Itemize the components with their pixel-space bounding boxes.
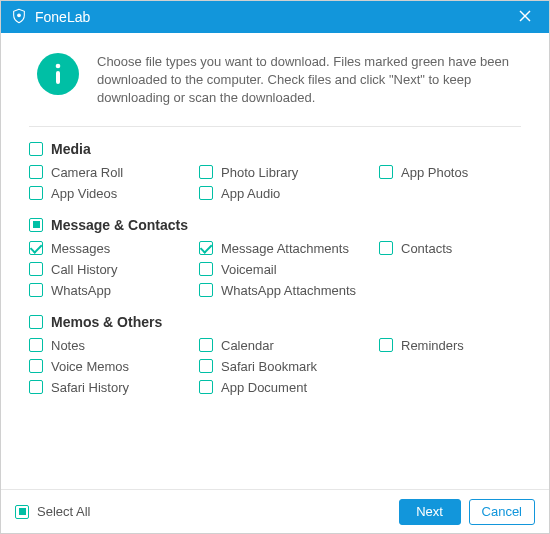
svg-rect-4 [56,71,60,84]
separator [29,126,521,127]
checkbox-photo-library[interactable] [199,165,213,179]
label-app-audio: App Audio [221,186,280,201]
close-button[interactable] [511,3,539,31]
svg-point-3 [56,64,61,69]
section-memos-grid: Notes Calendar Reminders Voice Memos Saf… [29,338,521,395]
checkbox-messages[interactable] [29,241,43,255]
checkbox-whatsapp-attachments[interactable] [199,283,213,297]
checkbox-media-group[interactable] [29,142,43,156]
checkbox-notes[interactable] [29,338,43,352]
footer: Select All Next Cancel [1,489,549,533]
label-safari-history: Safari History [51,380,129,395]
checkbox-app-audio[interactable] [199,186,213,200]
checkbox-select-all[interactable] [15,505,29,519]
checkbox-whatsapp[interactable] [29,283,43,297]
section-messages: Message & Contacts Messages Message Atta… [29,217,521,298]
label-camera-roll: Camera Roll [51,165,123,180]
checkbox-call-history[interactable] [29,262,43,276]
section-messages-title: Message & Contacts [51,217,188,233]
cancel-button[interactable]: Cancel [469,499,535,525]
label-voicemail: Voicemail [221,262,277,277]
checkbox-safari-bookmark[interactable] [199,359,213,373]
label-message-attachments: Message Attachments [221,241,349,256]
label-reminders: Reminders [401,338,464,353]
label-whatsapp: WhatsApp [51,283,111,298]
dialog-window: FoneLab Choose file types you want to do… [0,0,550,534]
info-icon [37,53,79,95]
intro-row: Choose file types you want to download. … [29,49,521,122]
checkbox-camera-roll[interactable] [29,165,43,179]
label-messages: Messages [51,241,110,256]
label-select-all: Select All [37,504,90,519]
checkbox-voice-memos[interactable] [29,359,43,373]
section-media-grid: Camera Roll Photo Library App Photos App… [29,165,521,201]
svg-point-0 [18,14,21,17]
label-app-document: App Document [221,380,307,395]
label-photo-library: Photo Library [221,165,298,180]
checkbox-contacts[interactable] [379,241,393,255]
section-memos: Memos & Others Notes Calendar Reminders … [29,314,521,395]
close-icon [518,9,532,26]
intro-text: Choose file types you want to download. … [97,53,521,108]
label-calendar: Calendar [221,338,274,353]
label-app-videos: App Videos [51,186,117,201]
checkbox-app-photos[interactable] [379,165,393,179]
checkbox-memos-group[interactable] [29,315,43,329]
label-contacts: Contacts [401,241,452,256]
checkbox-voicemail[interactable] [199,262,213,276]
section-media: Media Camera Roll Photo Library App Phot… [29,141,521,201]
checkbox-app-videos[interactable] [29,186,43,200]
checkbox-safari-history[interactable] [29,380,43,394]
window-title: FoneLab [35,9,90,25]
section-memos-title: Memos & Others [51,314,162,330]
label-whatsapp-attachments: WhatsApp Attachments [221,283,356,298]
label-safari-bookmark: Safari Bookmark [221,359,317,374]
checkbox-reminders[interactable] [379,338,393,352]
label-app-photos: App Photos [401,165,468,180]
label-call-history: Call History [51,262,117,277]
checkbox-calendar[interactable] [199,338,213,352]
label-notes: Notes [51,338,85,353]
content-area: Choose file types you want to download. … [1,33,549,489]
next-button[interactable]: Next [399,499,461,525]
titlebar: FoneLab [1,1,549,33]
checkbox-messages-group[interactable] [29,218,43,232]
section-media-title: Media [51,141,91,157]
checkbox-message-attachments[interactable] [199,241,213,255]
checkbox-app-document[interactable] [199,380,213,394]
section-messages-grid: Messages Message Attachments Contacts Ca… [29,241,521,298]
label-voice-memos: Voice Memos [51,359,129,374]
app-logo-icon [11,8,27,27]
